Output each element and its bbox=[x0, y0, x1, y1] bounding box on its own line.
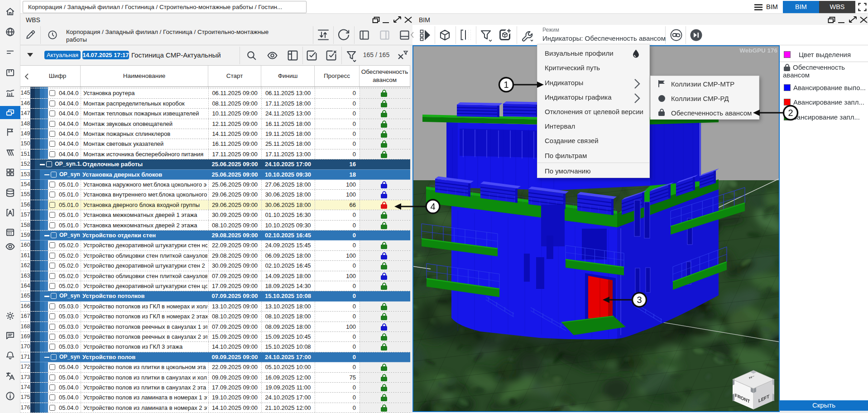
svg-text:WebGPU 176: WebGPU 176 bbox=[739, 47, 777, 54]
